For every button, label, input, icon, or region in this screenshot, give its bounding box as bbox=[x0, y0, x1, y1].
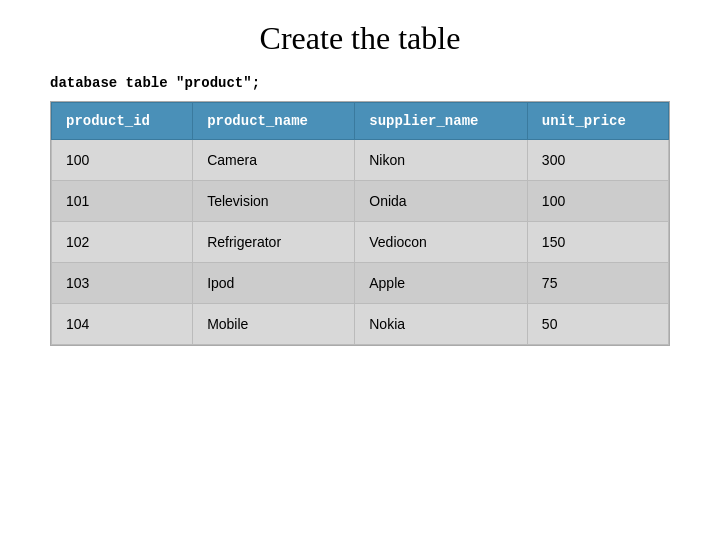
table-row: 103IpodApple75 bbox=[52, 263, 669, 304]
table-cell: Ipod bbox=[193, 263, 355, 304]
table-cell: 102 bbox=[52, 222, 193, 263]
table-header-row: product_idproduct_namesupplier_nameunit_… bbox=[52, 103, 669, 140]
table-cell: 101 bbox=[52, 181, 193, 222]
table-cell: 100 bbox=[52, 140, 193, 181]
table-cell: Onida bbox=[355, 181, 528, 222]
table-header-cell: product_id bbox=[52, 103, 193, 140]
table-row: 102RefrigeratorVediocon150 bbox=[52, 222, 669, 263]
product-table: product_idproduct_namesupplier_nameunit_… bbox=[51, 102, 669, 345]
table-row: 100CameraNikon300 bbox=[52, 140, 669, 181]
table-cell: Vediocon bbox=[355, 222, 528, 263]
code-block: database table "product"; bbox=[50, 75, 260, 91]
table-cell: 100 bbox=[527, 181, 668, 222]
page-container: Create the table database table "product… bbox=[0, 0, 720, 540]
table-cell: Refrigerator bbox=[193, 222, 355, 263]
table-body: 100CameraNikon300101TelevisionOnida10010… bbox=[52, 140, 669, 345]
table-row: 104MobileNokia50 bbox=[52, 304, 669, 345]
table-header-cell: unit_price bbox=[527, 103, 668, 140]
table-cell: 300 bbox=[527, 140, 668, 181]
table-cell: Nikon bbox=[355, 140, 528, 181]
table-cell: 50 bbox=[527, 304, 668, 345]
table-cell: 104 bbox=[52, 304, 193, 345]
table-cell: Camera bbox=[193, 140, 355, 181]
product-table-wrapper: product_idproduct_namesupplier_nameunit_… bbox=[50, 101, 670, 346]
table-cell: Mobile bbox=[193, 304, 355, 345]
table-cell: 75 bbox=[527, 263, 668, 304]
table-cell: Television bbox=[193, 181, 355, 222]
table-header-cell: supplier_name bbox=[355, 103, 528, 140]
table-cell: 103 bbox=[52, 263, 193, 304]
page-title: Create the table bbox=[260, 20, 461, 57]
table-cell: Nokia bbox=[355, 304, 528, 345]
table-header-cell: product_name bbox=[193, 103, 355, 140]
table-cell: Apple bbox=[355, 263, 528, 304]
table-row: 101TelevisionOnida100 bbox=[52, 181, 669, 222]
table-cell: 150 bbox=[527, 222, 668, 263]
